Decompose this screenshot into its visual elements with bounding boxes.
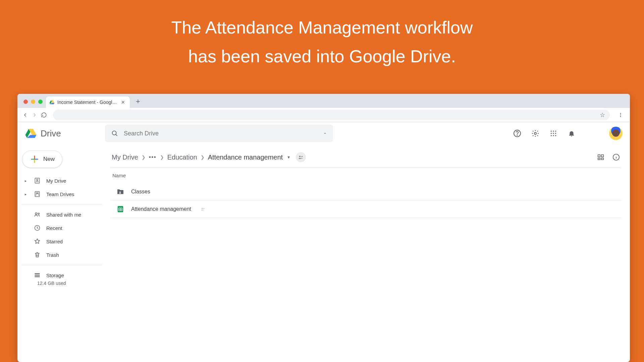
breadcrumb-current[interactable]: Attendance management: [208, 154, 283, 161]
mydrive-icon: [34, 177, 41, 184]
browser-menu-button[interactable]: [616, 112, 625, 118]
tab-title: Income Statement - Google Dr: [57, 100, 117, 105]
grid-view-icon[interactable]: [597, 154, 604, 161]
svg-rect-29: [598, 155, 600, 157]
svg-rect-32: [601, 158, 603, 160]
divider: [21, 265, 102, 265]
sidebar: New ▸ My Drive ▸ Te: [17, 145, 106, 362]
drive-app-name: Drive: [41, 128, 61, 139]
svg-point-0: [620, 113, 621, 114]
address-bar[interactable]: ☆: [53, 110, 610, 120]
window-maximize-button[interactable]: [38, 100, 43, 104]
account-avatar[interactable]: [609, 127, 623, 140]
expand-icon[interactable]: ▸: [25, 192, 28, 196]
teamdrives-icon: [34, 191, 41, 197]
breadcrumb-root[interactable]: My Drive: [112, 154, 138, 161]
svg-point-2: [620, 116, 621, 117]
svg-point-8: [553, 131, 554, 132]
bookmark-star-icon[interactable]: ☆: [600, 111, 605, 119]
svg-point-3: [112, 131, 116, 135]
window-minimize-button[interactable]: [31, 100, 35, 104]
caption-line1: The Attendance Management workflow: [0, 13, 644, 42]
drive-favicon-icon: [49, 100, 55, 105]
new-tab-button[interactable]: +: [130, 97, 146, 108]
recent-icon: [34, 225, 41, 231]
sidebar-item-mydrive[interactable]: ▸ My Drive: [21, 174, 102, 187]
drive-app: Drive: [17, 122, 630, 362]
shared-icon: [34, 211, 41, 218]
breadcrumb-education[interactable]: Education: [167, 154, 197, 161]
svg-rect-24: [35, 273, 40, 274]
svg-point-10: [551, 133, 552, 134]
search-bar[interactable]: [105, 125, 333, 142]
back-button[interactable]: [22, 112, 28, 118]
svg-point-28: [302, 156, 303, 157]
browser-window: Income Statement - Google Dr ✕ + ☆: [17, 94, 630, 362]
star-icon: [34, 238, 41, 245]
tab-close-icon[interactable]: ✕: [120, 100, 126, 105]
window-close-button[interactable]: [23, 100, 28, 104]
folder-dropdown-icon[interactable]: ▼: [287, 155, 290, 159]
expand-icon[interactable]: ▸: [25, 179, 28, 183]
sidebar-item-teamdrives[interactable]: ▸ Team Drives: [21, 187, 102, 201]
svg-point-11: [553, 133, 554, 134]
sidebar-item-label: Team Drives: [46, 191, 74, 197]
svg-point-17: [37, 179, 38, 180]
shared-folder-icon: [116, 188, 124, 196]
reload-button[interactable]: [41, 112, 47, 118]
sidebar-item-recent[interactable]: Recent: [21, 221, 102, 235]
svg-point-1: [620, 114, 621, 115]
details-icon[interactable]: [612, 154, 620, 161]
search-input[interactable]: [124, 130, 327, 137]
svg-point-19: [36, 193, 37, 194]
svg-point-34: [119, 191, 121, 193]
drive-header: Drive: [17, 122, 630, 145]
notifications-icon[interactable]: [568, 129, 576, 137]
sidebar-item-starred[interactable]: Starred: [21, 235, 102, 248]
svg-rect-18: [35, 192, 39, 197]
svg-rect-26: [35, 276, 40, 277]
column-header-name[interactable]: Name: [110, 168, 621, 183]
sidebar-item-label: Shared with me: [46, 212, 81, 218]
svg-point-38: [203, 208, 204, 209]
svg-point-37: [202, 208, 203, 209]
header-actions: [513, 127, 623, 140]
svg-point-22: [38, 213, 39, 214]
svg-rect-31: [598, 158, 600, 160]
sidebar-item-trash[interactable]: Trash: [21, 248, 102, 261]
browser-toolbar: ☆: [17, 108, 630, 122]
window-controls: [21, 100, 46, 108]
svg-point-15: [555, 135, 556, 136]
chevron-right-icon: ❯: [160, 155, 164, 160]
drive-logo[interactable]: Drive: [25, 127, 100, 139]
breadcrumb-overflow[interactable]: •••: [149, 154, 157, 160]
svg-rect-25: [35, 275, 40, 276]
svg-point-7: [551, 131, 552, 132]
apps-grid-icon[interactable]: [549, 129, 557, 137]
trash-icon: [34, 251, 41, 258]
folder-share-button[interactable]: [296, 152, 306, 162]
browser-tab[interactable]: Income Statement - Google Dr ✕: [46, 97, 130, 108]
svg-point-6: [534, 132, 536, 134]
forward-button[interactable]: [32, 112, 38, 118]
sidebar-item-storage[interactable]: Storage: [21, 268, 102, 282]
sidebar-item-shared[interactable]: Shared with me: [21, 208, 102, 221]
settings-icon[interactable]: [531, 129, 539, 137]
search-options-icon[interactable]: [323, 131, 327, 135]
storage-used-text: 12.4 GB used: [21, 281, 102, 286]
avatar-icon: [612, 129, 620, 137]
sidebar-item-label: Recent: [46, 225, 62, 231]
search-icon: [111, 130, 118, 137]
sidebar-item-label: Trash: [46, 252, 59, 258]
storage-icon: [34, 272, 41, 279]
list-item-folder[interactable]: Classes: [110, 183, 621, 201]
help-icon[interactable]: [513, 129, 521, 137]
svg-point-27: [299, 156, 301, 158]
list-item-sheet[interactable]: Attendance management: [110, 201, 621, 218]
svg-point-5: [517, 135, 518, 135]
file-list: Classes Attendance management: [110, 183, 621, 218]
new-button[interactable]: New: [22, 150, 62, 168]
svg-rect-30: [601, 155, 603, 157]
svg-point-14: [553, 135, 554, 136]
drive-logo-icon: [25, 127, 37, 139]
